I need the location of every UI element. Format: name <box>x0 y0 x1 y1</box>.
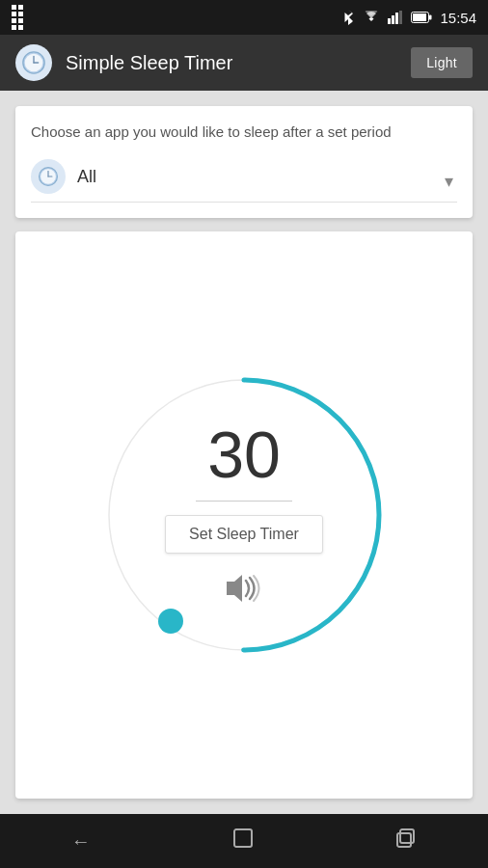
recent-apps-button[interactable] <box>395 827 417 854</box>
selected-app-icon <box>31 159 66 194</box>
volume-icon <box>221 571 267 606</box>
app-title: Simple Sleep Timer <box>66 52 411 74</box>
svg-point-17 <box>158 609 183 634</box>
home-icon <box>232 827 254 849</box>
svg-rect-1 <box>392 15 394 24</box>
light-button[interactable]: Light <box>411 47 473 78</box>
status-bar-left <box>12 5 23 30</box>
clock-icon <box>21 50 46 75</box>
bluetooth-icon <box>341 10 355 25</box>
signal-icon <box>388 11 403 24</box>
selected-app-clock <box>38 166 59 187</box>
timer-center: 30 Set Sleep Timer <box>165 421 323 610</box>
svg-rect-5 <box>413 14 426 21</box>
wifi-icon <box>363 11 380 24</box>
timer-value: 30 <box>207 421 281 487</box>
status-bar: 15:54 <box>0 0 488 35</box>
status-time: 15:54 <box>440 10 476 26</box>
svg-rect-3 <box>399 11 402 24</box>
app-logo <box>15 44 52 81</box>
volume-icon-container <box>221 571 267 610</box>
app-selector-label: Choose an app you would like to sleep af… <box>31 122 457 142</box>
app-selector-card: Choose an app you would like to sleep af… <box>15 106 473 218</box>
selected-app-value: All <box>77 167 457 187</box>
content-area: Choose an app you would like to sleep af… <box>0 91 488 814</box>
timer-card: 30 Set Sleep Timer <box>15 231 473 799</box>
battery-icon <box>411 12 432 23</box>
timer-circle-container: 30 Set Sleep Timer <box>90 361 398 669</box>
dropdown-arrow-icon: ▾ <box>445 171 453 192</box>
svg-rect-2 <box>395 13 398 24</box>
back-button[interactable]: ← <box>71 830 91 853</box>
svg-rect-0 <box>388 18 391 24</box>
app-selector-row[interactable]: All ▾ <box>31 159 457 203</box>
timer-divider <box>196 501 292 502</box>
home-button[interactable] <box>232 827 254 854</box>
set-timer-button[interactable]: Set Sleep Timer <box>165 515 323 554</box>
recent-icon <box>395 827 417 849</box>
grid-icon <box>12 5 23 30</box>
app-bar: Simple Sleep Timer Light <box>0 35 488 91</box>
svg-rect-19 <box>234 829 252 847</box>
bottom-nav: ← <box>0 814 488 868</box>
status-bar-right: 15:54 <box>341 10 476 26</box>
svg-rect-6 <box>429 15 432 20</box>
svg-marker-18 <box>227 575 242 602</box>
